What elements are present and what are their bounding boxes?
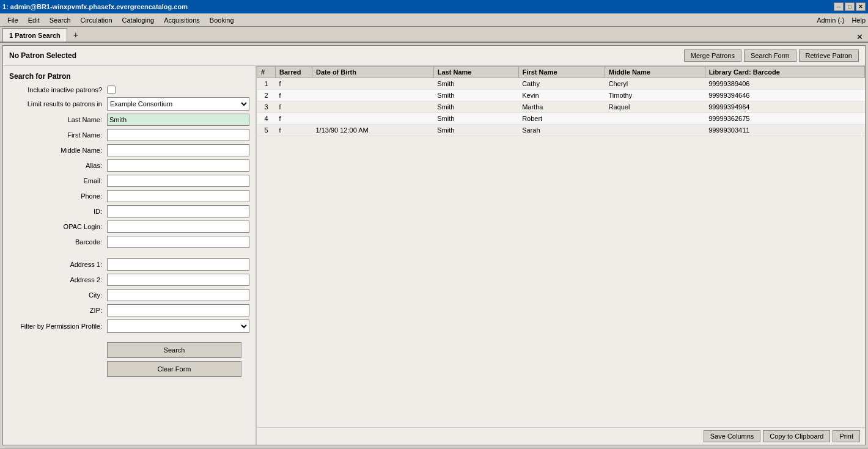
cell-middle: Cheryl [605,78,705,90]
body-area: Search for Patron Include inactive patro… [3,66,865,445]
cell-first: Cathy [518,78,605,90]
admin-area: Admin (-) Help [817,16,866,24]
results-table-container[interactable]: # Barred Date of Birth Last Name First N… [257,66,865,427]
results-table: # Barred Date of Birth Last Name First N… [257,66,865,136]
table-row[interactable]: 2 f Smith Kevin Timothy 99999394646 [257,90,865,101]
cell-middle: Timothy [605,90,705,101]
cell-first: Kevin [518,90,605,101]
permission-profile-select[interactable] [107,319,249,333]
col-header-middle: Middle Name [605,67,705,78]
middle-name-row: Middle Name: [9,144,249,156]
menu-file[interactable]: File [2,15,23,25]
menu-acquisitions[interactable]: Acquisitions [159,15,205,25]
phone-label: Phone: [9,192,107,200]
include-inactive-checkbox[interactable] [107,86,116,94]
search-button[interactable]: Search [107,342,241,358]
first-name-input[interactable] [107,129,249,141]
main-content: No Patron Selected Merge Patrons Search … [2,45,866,445]
menu-search[interactable]: Search [45,15,76,25]
cell-barred: f [276,78,312,90]
email-input[interactable] [107,175,249,187]
last-name-row: Last Name: [9,114,249,126]
search-form-button[interactable]: Search Form [744,49,796,62]
city-input[interactable] [107,289,249,301]
col-header-barcode: Library Card: Barcode [705,67,864,78]
col-header-first: First Name [518,67,605,78]
email-row: Email: [9,175,249,187]
col-header-num: # [257,67,276,78]
address2-row: Address 2: [9,274,249,286]
include-inactive-label: Include inactive patrons? [9,86,107,93]
menu-circulation[interactable]: Circulation [76,15,117,25]
minimize-button[interactable]: ─ [834,2,844,11]
cell-num: 1 [257,78,276,90]
tab-add-button[interactable]: + [68,28,83,42]
middle-name-input[interactable] [107,144,249,156]
copy-to-clipboard-button[interactable]: Copy to Clipboard [763,430,830,442]
cell-barcode: 99999303411 [705,125,864,136]
results-panel: # Barred Date of Birth Last Name First N… [257,66,865,445]
alias-row: Alias: [9,159,249,172]
col-header-last: Last Name [433,67,518,78]
cell-dob [312,90,434,101]
search-panel: Search for Patron Include inactive patro… [3,66,257,445]
alias-label: Alias: [9,162,107,169]
city-label: City: [9,291,107,299]
cell-num: 4 [257,113,276,125]
col-header-barred: Barred [276,67,312,78]
table-row[interactable]: 4 f Smith Robert 99999362675 [257,113,865,125]
address1-input[interactable] [107,258,249,271]
window-controls: ─ □ ✕ [834,2,866,11]
barcode-label: Barcode: [9,238,107,246]
filter-row: Filter by Permission Profile: [9,319,249,333]
library-select[interactable]: Example Consortium [107,97,249,111]
window-title: 1: admin@BR1-winxpvmfx.phasefx.evergreen… [2,3,188,10]
opac-login-input[interactable] [107,221,249,233]
zip-input[interactable] [107,304,249,316]
table-row[interactable]: 5 f 1/13/90 12:00 AM Smith Sarah 9999930… [257,125,865,136]
opac-login-row: OPAC Login: [9,221,249,233]
table-row[interactable]: 1 f Smith Cathy Cheryl 99999389406 [257,78,865,90]
email-label: Email: [9,177,107,184]
cell-middle [605,113,705,125]
help-label[interactable]: Help [851,16,866,24]
limit-results-row: Limit results to patrons in Example Cons… [9,97,249,111]
maximize-button[interactable]: □ [845,2,855,11]
alias-input[interactable] [107,159,249,172]
opac-login-label: OPAC Login: [9,223,107,230]
admin-label[interactable]: Admin (-) [817,16,844,24]
cell-first: Martha [518,101,605,113]
cell-dob [312,113,434,125]
id-input[interactable] [107,205,249,217]
save-columns-button[interactable]: Save Columns [704,430,761,442]
menu-booking[interactable]: Booking [205,15,239,25]
address1-label: Address 1: [9,261,107,268]
cell-last: Smith [433,113,518,125]
merge-patrons-button[interactable]: Merge Patrons [684,49,741,62]
cell-dob [312,78,434,90]
table-header-row: # Barred Date of Birth Last Name First N… [257,67,865,78]
tab-close-icon[interactable]: ✕ [854,32,866,42]
table-row[interactable]: 3 f Smith Martha Raquel 99999394964 [257,101,865,113]
cell-first: Robert [518,113,605,125]
cell-barcode: 99999362675 [705,113,864,125]
phone-input[interactable] [107,190,249,202]
cell-barcode: 99999389406 [705,78,864,90]
address2-input[interactable] [107,274,249,286]
close-button[interactable]: ✕ [856,2,866,11]
last-name-input[interactable] [107,114,249,126]
retrieve-patron-button[interactable]: Retrieve Patron [799,49,859,62]
tab-patron-search[interactable]: 1 Patron Search [2,28,67,42]
print-button[interactable]: Print [833,430,860,442]
barcode-input[interactable] [107,236,249,248]
clear-form-button[interactable]: Clear Form [107,361,241,377]
barcode-row: Barcode: [9,236,249,248]
cell-barred: f [276,90,312,101]
filter-label: Filter by Permission Profile: [9,323,107,330]
search-panel-title: Search for Patron [9,72,249,81]
col-header-dob: Date of Birth [312,67,434,78]
zip-row: ZIP: [9,304,249,316]
id-row: ID: [9,205,249,217]
menu-cataloging[interactable]: Cataloging [117,15,160,25]
menu-edit[interactable]: Edit [23,15,45,25]
